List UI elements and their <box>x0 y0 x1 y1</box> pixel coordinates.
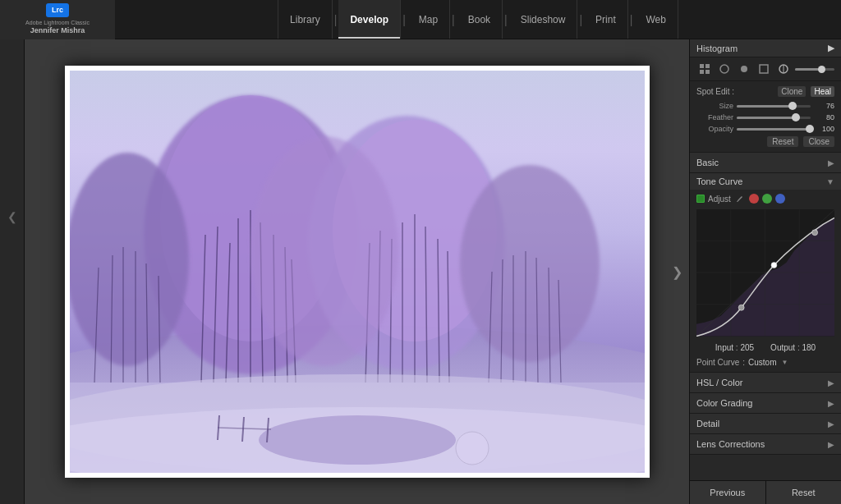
opacity-label: Opacity <box>696 125 733 133</box>
nav-sep-6: | <box>628 13 635 26</box>
nav-sep-5: | <box>577 13 584 26</box>
slider-tool[interactable] <box>795 61 834 77</box>
color-grading-section-header[interactable]: Color Grading ▶ <box>690 393 841 414</box>
adjust-label: Adjust <box>708 195 731 204</box>
tone-curve-title: Tone Curve <box>696 176 742 186</box>
color-grading-label: Color Grading <box>696 398 752 408</box>
curve-svg <box>696 209 834 337</box>
spot-reset-button[interactable]: Reset <box>767 136 798 147</box>
input-value: 205 <box>740 343 754 352</box>
detail-section-header[interactable]: Detail ▶ <box>690 414 841 434</box>
svg-point-8 <box>460 165 600 362</box>
reset-button[interactable]: Reset <box>766 481 842 504</box>
histogram-label: Histogram <box>696 44 738 53</box>
nav-menu: Library | Develop | Map | Book | Slidesh… <box>115 0 841 39</box>
curve-io: Input : 205 Output : 180 <box>690 341 841 355</box>
point-curve-value: Custom <box>748 358 776 367</box>
point-curve-row: Point Curve : Custom ▼ <box>690 355 841 372</box>
logo-badge: Lrc <box>46 3 69 17</box>
size-slider-thumb[interactable] <box>788 102 797 110</box>
nav-sep-3: | <box>450 13 457 26</box>
feather-label: Feather <box>696 113 733 121</box>
hsl-section-header[interactable]: HSL / Color ▶ <box>690 373 841 393</box>
clone-button[interactable]: Clone <box>778 86 806 97</box>
bottom-buttons: Previous Reset <box>690 480 841 504</box>
left-panel: ❮ <box>0 39 25 504</box>
dot-tool-icon[interactable] <box>736 61 752 77</box>
heal-button[interactable]: Heal <box>811 86 834 97</box>
previous-button[interactable]: Previous <box>690 481 766 504</box>
svg-rect-20 <box>700 70 704 74</box>
nav-sep-2: | <box>401 13 407 26</box>
curve-enable-checkbox[interactable] <box>696 195 705 203</box>
image-right-arrow[interactable]: ❯ <box>672 264 682 280</box>
lens-corrections-label: Lens Corrections <box>696 439 765 449</box>
svg-point-9 <box>250 136 398 366</box>
photo <box>70 71 645 473</box>
nav-print[interactable]: Print <box>584 0 628 39</box>
size-slider-row: Size 76 <box>696 102 834 110</box>
spot-edit-label: Spot Edit : <box>696 87 734 96</box>
histogram-header[interactable]: Histogram ▶ <box>690 39 841 57</box>
svg-point-17 <box>456 432 489 465</box>
tone-curve-section: Tone Curve ▼ Adjust <box>690 173 841 373</box>
point-curve-sep: : <box>742 358 745 367</box>
size-slider[interactable] <box>737 105 811 108</box>
square-tool-icon[interactable] <box>756 61 772 77</box>
blue-channel-button[interactable] <box>775 194 785 204</box>
nav-book[interactable]: Book <box>457 0 503 39</box>
svg-rect-18 <box>700 64 704 68</box>
opacity-slider-fill <box>737 128 811 131</box>
svg-point-35 <box>738 305 744 310</box>
svg-point-37 <box>812 230 818 236</box>
svg-rect-21 <box>705 70 710 74</box>
svg-point-7 <box>70 153 189 366</box>
nav-map[interactable]: Map <box>407 0 450 39</box>
nav-web[interactable]: Web <box>634 0 678 39</box>
nav-library[interactable]: Library <box>278 0 333 39</box>
image-frame <box>65 66 650 478</box>
curve-paintbrush-icon[interactable] <box>734 193 746 204</box>
tone-curve-collapse-icon: ▼ <box>826 177 834 186</box>
svg-point-12 <box>259 415 456 465</box>
opacity-value: 100 <box>814 125 834 133</box>
opacity-slider-thumb[interactable] <box>806 125 814 133</box>
size-value: 76 <box>814 102 834 110</box>
red-channel-button[interactable] <box>749 194 759 204</box>
circle2-tool-icon[interactable] <box>775 61 792 77</box>
nav-develop[interactable]: Develop <box>338 0 401 39</box>
nav-slideshow[interactable]: Slideshow <box>509 0 578 39</box>
photo-svg <box>70 71 645 473</box>
lens-corrections-section-header[interactable]: Lens Corrections ▶ <box>690 434 841 455</box>
feather-slider-thumb[interactable] <box>792 113 800 121</box>
point-curve-dropdown-icon[interactable]: ▼ <box>781 359 788 366</box>
tone-curve-header[interactable]: Tone Curve ▼ <box>690 173 841 190</box>
point-curve-label: Point Curve <box>696 358 739 367</box>
left-panel-arrow[interactable]: ❮ <box>7 210 17 223</box>
grid-tool-icon[interactable] <box>696 61 713 77</box>
nav-sep-4: | <box>503 13 509 26</box>
histogram-collapse-icon: ▶ <box>828 43 834 53</box>
basic-collapse-icon: ▶ <box>828 158 834 167</box>
output-label: Output : 180 <box>770 343 816 352</box>
spot-edit-header: Spot Edit : Clone Heal <box>696 86 834 97</box>
opacity-slider[interactable] <box>737 128 811 131</box>
detail-label: Detail <box>696 419 719 428</box>
spot-close-button[interactable]: Close <box>803 136 834 147</box>
detail-collapse-icon: ▶ <box>828 419 834 428</box>
feather-slider[interactable] <box>737 117 811 119</box>
spot-edit-actions: Reset Close <box>696 136 834 147</box>
hsl-label: HSL / Color <box>696 378 742 387</box>
svg-point-23 <box>741 66 747 72</box>
main-layout: ❮ <box>0 39 841 504</box>
feather-slider-fill <box>737 117 796 119</box>
hsl-collapse-icon: ▶ <box>828 378 834 387</box>
green-channel-button[interactable] <box>762 194 772 204</box>
circle-tool-icon[interactable] <box>716 61 733 77</box>
basic-label: Basic <box>696 158 719 167</box>
basic-section-header[interactable]: Basic ▶ <box>690 153 841 173</box>
right-panel: Histogram ▶ <box>689 39 841 504</box>
tool-icons-row <box>690 57 841 81</box>
curve-graph <box>696 209 834 337</box>
spot-edit-section: Spot Edit : Clone Heal Size 76 Feather <box>690 81 841 153</box>
